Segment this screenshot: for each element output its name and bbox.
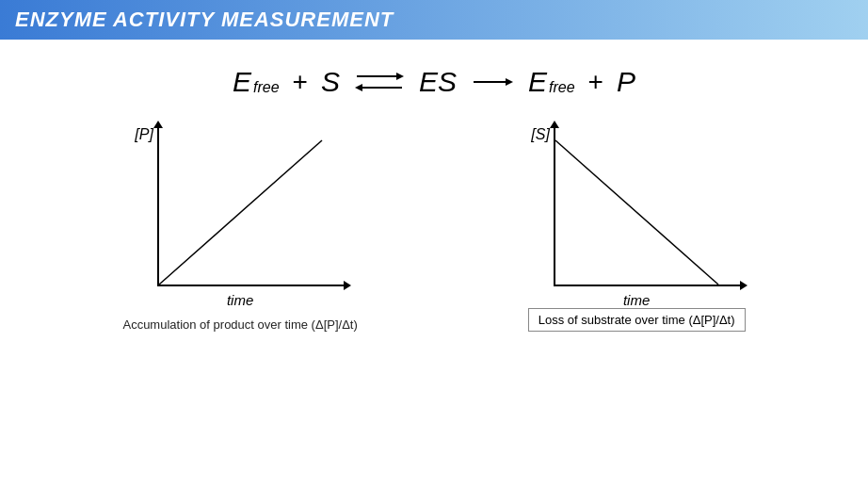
eq-sub-free-right: free	[549, 79, 575, 96]
eq-part-E-left: E free	[233, 66, 280, 98]
graph-product: [P] time Accumulation of product over ti…	[122, 126, 357, 332]
svg-line-7	[555, 140, 718, 285]
eq-part-E-right: E free	[528, 66, 575, 98]
eq-plus-1: +	[287, 67, 313, 97]
graph-product-caption: Accumulation of product over time (Δ[P]/…	[122, 317, 357, 332]
header: ENZYME ACTIVITY MEASUREMENT	[0, 0, 868, 40]
graph-product-line-svg	[157, 126, 346, 286]
graph-substrate-y-label: [S]	[531, 126, 550, 147]
graph-substrate-area	[554, 126, 742, 286]
equation-row: E free + S ES	[38, 66, 830, 98]
graph-substrate-x-label: time	[623, 292, 650, 308]
eq-reversible-arrow	[347, 69, 411, 95]
graph-product-x-label: time	[227, 292, 253, 308]
svg-marker-3	[355, 84, 362, 91]
svg-marker-1	[396, 73, 404, 80]
graph-product-y-label: [P]	[135, 126, 153, 147]
svg-marker-5	[506, 78, 513, 86]
eq-E-left: E	[233, 66, 251, 98]
graph-substrate-line-svg	[554, 126, 742, 286]
main-content: E free + S ES	[0, 40, 868, 350]
page-title: ENZYME ACTIVITY MEASUREMENT	[15, 8, 394, 32]
eq-plus-2: +	[583, 67, 609, 97]
graph-substrate-wrap: [S]	[531, 126, 742, 286]
graphs-row: [P] time Accumulation of product over ti…	[38, 126, 830, 332]
eq-sub-free-left: free	[253, 79, 280, 96]
graph-product-wrap: [P]	[135, 126, 346, 286]
eq-S: S	[321, 66, 340, 98]
graph-substrate-caption: Loss of substrate over time (Δ[P]/Δt)	[528, 308, 746, 332]
svg-line-6	[159, 140, 322, 285]
eq-forward-arrow	[464, 73, 521, 90]
eq-P: P	[617, 66, 635, 98]
eq-E-right: E	[528, 66, 547, 98]
graph-product-area	[157, 126, 346, 286]
eq-ES: ES	[419, 66, 457, 98]
graph-substrate: [S] time Loss of substrate over time (Δ[…	[528, 126, 746, 332]
